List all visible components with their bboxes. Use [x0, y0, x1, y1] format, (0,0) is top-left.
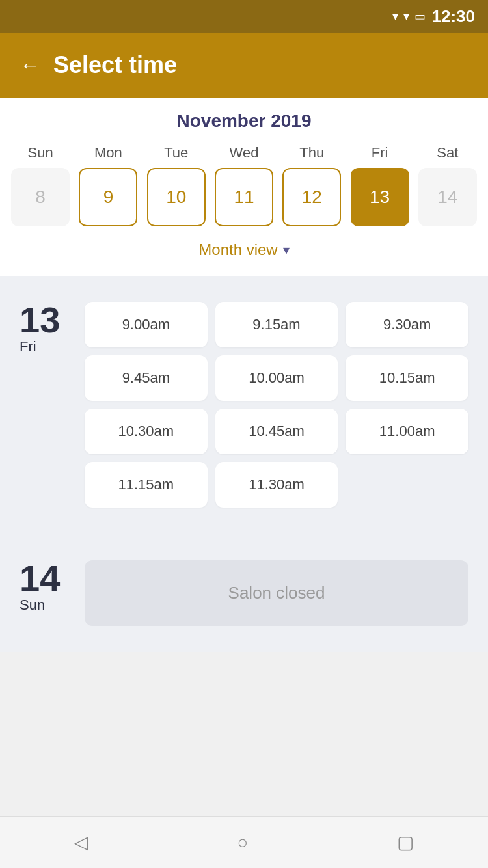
- weekday-sun: Sun: [11, 144, 70, 161]
- calendar-days-row: 891011121314: [0, 168, 488, 233]
- time-slots-grid: 9.00am9.15am9.30am9.45am10.00am10.15am10…: [85, 302, 468, 508]
- weekday-thu: Thu: [282, 144, 341, 161]
- time-slot-1100am[interactable]: 11.00am: [346, 409, 468, 454]
- month-view-label: Month view: [198, 241, 277, 259]
- time-slot-945am[interactable]: 9.45am: [85, 355, 208, 401]
- time-slot-1030am[interactable]: 10.30am: [85, 409, 208, 454]
- calendar-day-9[interactable]: 9: [79, 168, 137, 226]
- page-title: Select time: [53, 51, 177, 79]
- weekday-fri: Fri: [351, 144, 409, 161]
- month-year-title: November 2019: [0, 111, 488, 131]
- calendar-day-14: 14: [418, 168, 477, 226]
- nav-recent-button[interactable]: ▢: [397, 832, 414, 853]
- wifi-icon: ▾: [392, 9, 398, 23]
- nav-back-button[interactable]: ◁: [74, 832, 88, 853]
- weekday-wed: Wed: [215, 144, 273, 161]
- day-name-fri: Fri: [20, 338, 36, 355]
- time-slot-1045am[interactable]: 10.45am: [215, 409, 338, 454]
- time-slot-1015am[interactable]: 10.15am: [346, 355, 468, 401]
- status-bar: ▾ ▾ ▭ 12:30: [0, 0, 488, 33]
- status-icons: ▾ ▾ ▭: [392, 9, 426, 23]
- weekday-mon: Mon: [79, 144, 137, 161]
- calendar-day-10[interactable]: 10: [147, 168, 206, 226]
- day-label-sun: 14 Sun: [20, 560, 72, 614]
- time-slot-1000am[interactable]: 10.00am: [215, 355, 338, 401]
- time-slot-1115am[interactable]: 11.15am: [85, 462, 208, 508]
- day-block-sun: 14 Sun Salon closed: [0, 547, 488, 639]
- nav-home-button[interactable]: ○: [237, 832, 249, 853]
- day-number-14: 14: [20, 560, 60, 597]
- day-number-13: 13: [20, 302, 60, 338]
- calendar-section: November 2019 Sun Mon Tue Wed Thu Fri Sa…: [0, 98, 488, 276]
- signal-icon: ▾: [403, 9, 409, 23]
- time-slot-930am[interactable]: 9.30am: [346, 302, 468, 347]
- month-view-toggle[interactable]: Month view ▾: [0, 233, 488, 269]
- chevron-down-icon: ▾: [283, 242, 290, 258]
- day-block-fri: 13 Fri 9.00am9.15am9.30am9.45am10.00am10…: [0, 289, 488, 521]
- time-section: 13 Fri 9.00am9.15am9.30am9.45am10.00am10…: [0, 276, 488, 652]
- app-header: ← Select time: [0, 33, 488, 98]
- calendar-day-11[interactable]: 11: [215, 168, 273, 226]
- time-slot-915am[interactable]: 9.15am: [215, 302, 338, 347]
- weekday-tue: Tue: [147, 144, 206, 161]
- calendar-day-8: 8: [11, 168, 70, 226]
- time-slot-900am[interactable]: 9.00am: [85, 302, 208, 347]
- weekday-sat: Sat: [418, 144, 477, 161]
- day-name-sun: Sun: [20, 597, 45, 614]
- status-time: 12:30: [432, 7, 476, 27]
- calendar-day-12[interactable]: 12: [282, 168, 341, 226]
- back-button[interactable]: ←: [20, 53, 40, 77]
- section-divider: [0, 534, 488, 534]
- weekday-headers: Sun Mon Tue Wed Thu Fri Sat: [0, 144, 488, 161]
- salon-closed-message: Salon closed: [85, 560, 468, 626]
- bottom-navigation: ◁ ○ ▢: [0, 816, 488, 868]
- battery-icon: ▭: [414, 9, 426, 23]
- calendar-day-13[interactable]: 13: [351, 168, 409, 226]
- time-slot-1130am[interactable]: 11.30am: [215, 462, 338, 508]
- day-label-fri: 13 Fri: [20, 302, 72, 355]
